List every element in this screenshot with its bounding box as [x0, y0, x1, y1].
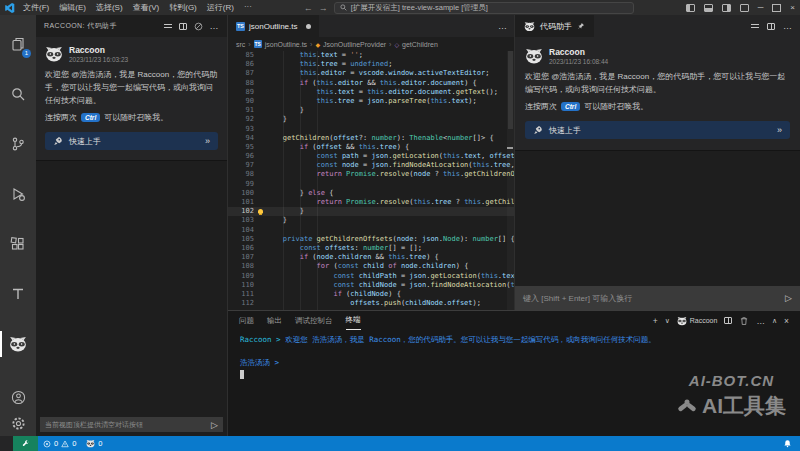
code-line-95[interactable]: 95 if (offset && this.tree) { — [228, 143, 514, 152]
code-line-100[interactable]: 100 } else { — [228, 189, 514, 198]
send-icon[interactable]: ▷ — [211, 420, 218, 430]
close-panel-icon[interactable]: × — [784, 316, 789, 326]
breadcrumb-class[interactable]: JsonOutlineProvider — [323, 41, 386, 48]
tab-output[interactable]: 输出 — [267, 311, 282, 330]
split-terminal-icon[interactable] — [724, 317, 732, 324]
code-line-107[interactable]: 107 if (node.children && this.tree) { — [228, 253, 514, 262]
split-editor-icon[interactable] — [767, 23, 775, 30]
code-line-106[interactable]: 106 const offsets: number[] = []; — [228, 244, 514, 253]
assistant-chat-input[interactable]: 键入 [Shift + Enter] 可输入换行 ▷ — [515, 286, 800, 310]
code-line-110[interactable]: 110 const childNode = json.findNodeAtLoc… — [228, 281, 514, 290]
maximize-icon[interactable] — [772, 4, 781, 12]
tab-debug-console[interactable]: 调试控制台 — [295, 311, 333, 330]
sidebar-item-extensions[interactable] — [0, 219, 36, 269]
chevron-down-icon[interactable]: ∨ — [665, 317, 670, 325]
code-line-99[interactable]: 99 — [228, 180, 514, 189]
code-line-104[interactable]: 104 — [228, 226, 514, 235]
line-number: 91 — [228, 106, 254, 115]
new-terminal-icon[interactable]: + — [653, 316, 658, 326]
unsaved-dot-icon[interactable] — [306, 24, 311, 29]
sidebar-item-test-view[interactable] — [0, 269, 36, 319]
menu-file[interactable]: 文件(F) — [23, 2, 49, 13]
editor-actions-more-icon[interactable]: … — [498, 21, 514, 31]
rocket-icon — [533, 125, 543, 135]
maximize-panel-icon[interactable]: ∧ — [772, 317, 777, 325]
raccoon-status[interactable]: 0 — [81, 439, 107, 448]
menu-edit[interactable]: 编辑(E) — [59, 2, 86, 13]
code-line-108[interactable]: 108 for (const child of node.children) { — [228, 262, 514, 271]
sidebar-item-run-debug[interactable] — [0, 169, 36, 219]
chevron-right-icon: » — [777, 125, 782, 135]
code-line-96[interactable]: 96 const path = json.getLocation(this.te… — [228, 152, 514, 161]
code-line-85[interactable]: 85 this.text = ''; — [228, 51, 514, 60]
settings-list-icon[interactable] — [751, 24, 759, 28]
quick-start-button[interactable]: 快速上手 » — [525, 121, 790, 139]
scrollbar-thumb[interactable] — [508, 51, 513, 129]
notifications-button[interactable] — [783, 439, 800, 448]
code-line-105[interactable]: 105 private getChildrenOffsets(node: jso… — [228, 235, 514, 244]
more-icon[interactable]: … — [756, 316, 765, 326]
code-line-103[interactable]: 103 } — [228, 216, 514, 225]
send-icon[interactable]: ▷ — [785, 293, 792, 303]
customize-layout-icon[interactable] — [740, 4, 749, 12]
more-icon[interactable]: … — [783, 21, 792, 31]
menu-run[interactable]: 运行(R) — [207, 2, 234, 13]
remote-indicator[interactable] — [13, 436, 38, 451]
menu-goto[interactable]: 转到(G) — [169, 2, 197, 13]
breadcrumb-method[interactable]: getChildren — [402, 41, 438, 48]
minimize-icon[interactable]: ─ — [758, 3, 764, 12]
tab-jsonoutline[interactable]: TS jsonOutline.ts — [228, 15, 319, 37]
toggle-sidebar-icon[interactable] — [686, 4, 695, 12]
close-icon[interactable]: × — [790, 3, 795, 12]
breadcrumb-file[interactable]: jsonOutline.ts — [265, 41, 307, 48]
more-icon[interactable]: … — [210, 21, 219, 31]
menu-more[interactable]: ··· — [244, 2, 252, 13]
code-area[interactable]: 85 this.text = '';86 this.tree = undefin… — [228, 51, 514, 310]
sidebar-item-raccoon[interactable] — [0, 319, 36, 369]
code-line-91[interactable]: 91 } — [228, 106, 514, 115]
toggle-panel-icon[interactable] — [704, 4, 713, 12]
pin-icon[interactable] — [577, 22, 585, 30]
tab-code-assistant[interactable]: 代码助手 — [515, 15, 594, 37]
code-line-90[interactable]: 90 this.tree = json.parseTree(this.text)… — [228, 97, 514, 106]
toggle-secondary-sidebar-icon[interactable] — [722, 4, 731, 12]
kill-terminal-icon[interactable] — [739, 316, 749, 326]
command-center-search[interactable]: [扩展开发宿主] tree-view-sample [管理员] — [334, 2, 634, 14]
code-line-88[interactable]: 88 if (this.editor && this.editor.docume… — [228, 79, 514, 88]
code-line-102[interactable]: 102 } — [228, 207, 514, 216]
panel-tab-bar: 代码助手 … — [515, 15, 800, 37]
sidebar-item-search[interactable] — [0, 69, 36, 119]
code-line-101[interactable]: 101 return Promise.resolve(this.tree ? t… — [228, 198, 514, 207]
terminal-profile[interactable]: Raccoon — [677, 316, 718, 326]
code-line-93[interactable]: 93 — [228, 125, 514, 134]
account-button[interactable] — [0, 384, 36, 410]
quick-start-button[interactable]: 快速上手 » — [45, 132, 218, 150]
code-line-109[interactable]: 109 const childPath = json.getLocation(t… — [228, 272, 514, 281]
tab-terminal[interactable]: 终端 — [346, 311, 361, 330]
code-line-89[interactable]: 89 this.text = this.editor.document.getT… — [228, 88, 514, 97]
stop-icon[interactable] — [194, 22, 203, 31]
problems-status[interactable]: 0 0 — [38, 439, 81, 448]
code-line-86[interactable]: 86 this.tree = undefined; — [228, 60, 514, 69]
code-line-97[interactable]: 97 const node = json.findNodeAtLocation(… — [228, 161, 514, 170]
breadcrumb-src[interactable]: src — [236, 41, 245, 48]
tab-problems[interactable]: 问题 — [239, 311, 254, 330]
open-in-editor-icon[interactable] — [179, 23, 187, 30]
code-line-111[interactable]: 111 if (childNode) { — [228, 290, 514, 299]
code-line-92[interactable]: 92 } — [228, 115, 514, 124]
sidebar-chat-input[interactable]: 当前视图顶栏提供清空对话按钮 ▷ — [40, 417, 223, 432]
code-line-87[interactable]: 87 this.editor = vscode.window.activeTex… — [228, 69, 514, 78]
menu-view[interactable]: 查看(V) — [133, 2, 160, 13]
code-line-112[interactable]: 112 offsets.push(childNode.offset); — [228, 299, 514, 308]
code-line-98[interactable]: 98 return Promise.resolve(node ? this.ge… — [228, 170, 514, 179]
menu-selection[interactable]: 选择(S) — [96, 2, 123, 13]
nav-back-icon[interactable]: ← — [304, 3, 313, 13]
sidebar-item-explorer[interactable]: 1 — [0, 19, 36, 69]
code-line-94[interactable]: 94 getChildren(offset?: number): Thenabl… — [228, 134, 514, 143]
editor-scrollbar[interactable] — [507, 51, 514, 310]
settings-button[interactable] — [0, 410, 36, 436]
lightbulb-icon[interactable] — [258, 209, 263, 214]
nav-forward-icon[interactable]: → — [319, 3, 328, 13]
sidebar-item-source-control[interactable] — [0, 119, 36, 169]
settings-list-icon[interactable] — [164, 24, 172, 28]
